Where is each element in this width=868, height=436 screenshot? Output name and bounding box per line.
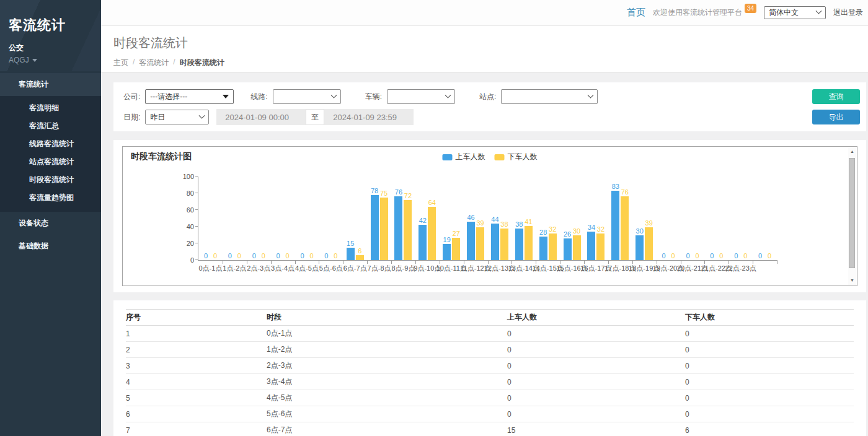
bar-column[interactable]: 75 xyxy=(380,190,388,260)
bar-column[interactable]: 76 xyxy=(621,188,629,260)
bar[interactable] xyxy=(443,244,451,260)
notification-badge[interactable]: 34 xyxy=(745,4,756,13)
query-button[interactable]: 查询 xyxy=(812,89,860,104)
bar[interactable] xyxy=(525,226,533,260)
bar-column[interactable]: 38 xyxy=(500,220,508,260)
bar-column[interactable]: 0 xyxy=(742,252,750,260)
bar-column[interactable]: 0 xyxy=(669,252,677,260)
date-from-input[interactable]: 2024-01-09 00:00 xyxy=(216,109,306,125)
bar[interactable] xyxy=(452,238,460,260)
logout-link[interactable]: 退出登录 xyxy=(833,7,863,18)
bar-column[interactable]: 46 xyxy=(467,214,475,260)
bar[interactable] xyxy=(539,237,547,260)
bar[interactable] xyxy=(596,233,604,260)
bar-column[interactable]: 76 xyxy=(394,188,402,260)
breadcrumb-item[interactable]: 主页 xyxy=(113,58,128,68)
bar-column[interactable]: 38 xyxy=(515,220,523,260)
bar-column[interactable]: 64 xyxy=(428,199,436,260)
bar-column[interactable]: 41 xyxy=(525,218,533,260)
bar[interactable] xyxy=(587,232,595,260)
bar[interactable] xyxy=(645,227,653,260)
bar-column[interactable]: 39 xyxy=(476,219,484,260)
bar[interactable] xyxy=(500,229,508,260)
bar-column[interactable]: 0 xyxy=(693,252,701,260)
bar[interactable] xyxy=(573,235,581,261)
bar-column[interactable]: 32 xyxy=(549,225,557,260)
export-button[interactable]: 导出 xyxy=(812,110,860,124)
bar-column[interactable]: 0 xyxy=(211,252,219,260)
line-select[interactable] xyxy=(273,89,341,104)
bar-column[interactable]: 0 xyxy=(283,252,291,260)
bar-column[interactable]: 15 xyxy=(347,240,355,260)
bar[interactable] xyxy=(428,207,436,260)
bar[interactable] xyxy=(394,196,402,260)
home-link[interactable]: 首页 xyxy=(627,7,645,19)
bar[interactable] xyxy=(549,233,557,260)
bar-column[interactable]: 44 xyxy=(491,216,499,260)
bar[interactable] xyxy=(476,227,484,260)
sidebar-sub-item[interactable]: 客流明细 xyxy=(0,99,101,117)
bar[interactable] xyxy=(418,225,427,260)
bar-column[interactable]: 6 xyxy=(356,247,364,260)
bar-column[interactable]: 83 xyxy=(611,183,619,260)
sidebar-parent-item[interactable]: 设备状态 xyxy=(0,212,101,235)
bar-column[interactable]: 0 xyxy=(274,252,282,260)
bar[interactable] xyxy=(621,196,629,260)
sidebar-parent-item[interactable]: 基础数据 xyxy=(0,235,101,258)
bar[interactable] xyxy=(356,255,364,260)
bar-column[interactable]: 0 xyxy=(308,252,316,260)
bar-column[interactable]: 0 xyxy=(226,252,234,260)
bar-column[interactable]: 0 xyxy=(732,252,740,260)
scroll-down-icon[interactable]: ▼ xyxy=(848,276,856,285)
bar-column[interactable]: 19 xyxy=(443,236,451,260)
legend-item[interactable]: 下车人数 xyxy=(495,152,538,162)
bar-column[interactable]: 0 xyxy=(756,252,764,260)
bar-column[interactable]: 39 xyxy=(645,219,653,260)
bar-column[interactable]: 0 xyxy=(708,252,716,260)
vehicle-select[interactable] xyxy=(387,89,455,104)
bar-column[interactable]: 0 xyxy=(766,252,774,260)
bar-column[interactable]: 0 xyxy=(717,252,725,260)
bar[interactable] xyxy=(564,238,572,260)
bar[interactable] xyxy=(371,195,379,260)
bar[interactable] xyxy=(636,235,644,261)
bar-column[interactable]: 0 xyxy=(250,252,258,260)
bar-column[interactable]: 0 xyxy=(298,252,306,260)
date-preset-select[interactable]: 昨日 xyxy=(145,110,209,124)
org-code-dropdown[interactable]: AQGJ xyxy=(9,56,92,64)
bar[interactable] xyxy=(380,198,388,260)
scrollbar-thumb[interactable] xyxy=(849,158,855,268)
bar-column[interactable]: 34 xyxy=(587,224,595,260)
bar[interactable] xyxy=(347,248,355,260)
bar-column[interactable]: 0 xyxy=(322,252,330,260)
sidebar-sub-item[interactable]: 站点客流统计 xyxy=(0,153,101,171)
sidebar-sub-item[interactable]: 客流汇总 xyxy=(0,117,101,135)
bar-column[interactable]: 32 xyxy=(596,225,604,260)
bar[interactable] xyxy=(467,222,475,260)
bar-column[interactable]: 30 xyxy=(573,227,581,261)
sidebar-sub-item[interactable]: 客流量趋势图 xyxy=(0,189,101,207)
bar-column[interactable]: 0 xyxy=(202,252,210,260)
bar[interactable] xyxy=(515,229,523,260)
bar-column[interactable]: 27 xyxy=(452,230,460,260)
sidebar-sub-item[interactable]: 线路客流统计 xyxy=(0,135,101,153)
bar-column[interactable]: 0 xyxy=(235,252,243,260)
bar-column[interactable]: 26 xyxy=(564,230,572,260)
language-select[interactable]: 简体中文 xyxy=(764,6,826,19)
scroll-up-icon[interactable]: ▲ xyxy=(848,147,856,156)
bar-column[interactable]: 0 xyxy=(332,252,340,260)
bar[interactable] xyxy=(404,200,412,260)
bar-column[interactable]: 72 xyxy=(404,192,412,260)
bar-column[interactable]: 42 xyxy=(418,217,427,260)
chart-vertical-scrollbar[interactable]: ▲ ▼ xyxy=(848,147,856,285)
bar-column[interactable]: 78 xyxy=(371,187,379,260)
bar-column[interactable]: 0 xyxy=(684,252,692,260)
bar[interactable] xyxy=(491,224,499,260)
bar-column[interactable]: 30 xyxy=(636,227,644,261)
sidebar-sub-item[interactable]: 时段客流统计 xyxy=(0,171,101,189)
bar-column[interactable]: 0 xyxy=(259,252,267,260)
date-to-input[interactable]: 2024-01-09 23:59 xyxy=(324,109,414,125)
station-select[interactable] xyxy=(501,89,598,104)
company-select[interactable]: ---请选择--- xyxy=(145,89,234,104)
breadcrumb-item[interactable]: 客流统计 xyxy=(139,58,169,68)
